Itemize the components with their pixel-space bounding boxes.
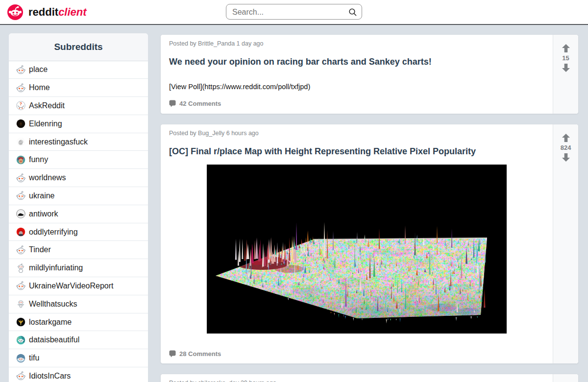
svg-text:?: ? bbox=[20, 101, 22, 106]
